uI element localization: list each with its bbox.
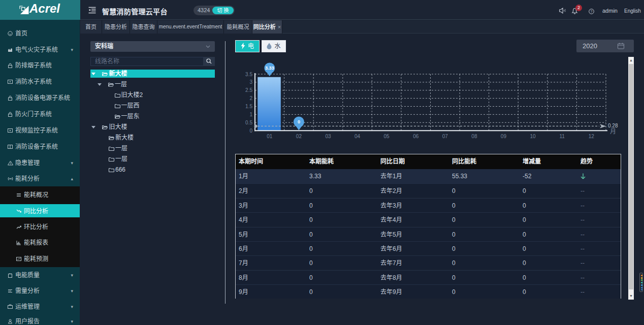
svg-text:12: 12 <box>589 134 595 139</box>
svg-text:2: 2 <box>249 95 252 101</box>
svg-text:11: 11 <box>559 134 565 139</box>
svg-text:1.5: 1.5 <box>245 104 252 109</box>
svg-text:09: 09 <box>501 134 507 139</box>
svg-text:10: 10 <box>530 134 536 139</box>
svg-text:0.5: 0.5 <box>245 120 252 125</box>
svg-text:3.33: 3.33 <box>265 66 274 71</box>
svg-text:3: 3 <box>249 79 252 85</box>
svg-text:07: 07 <box>442 134 448 139</box>
svg-text:1: 1 <box>249 112 252 117</box>
svg-text:月: 月 <box>610 128 616 135</box>
svg-text:0: 0 <box>249 128 252 134</box>
svg-text:06: 06 <box>413 134 419 139</box>
svg-text:08: 08 <box>471 134 477 139</box>
svg-text:2.5: 2.5 <box>245 87 252 93</box>
svg-text:3.5: 3.5 <box>245 72 252 77</box>
svg-text:01: 01 <box>267 134 273 139</box>
svg-text:0: 0 <box>298 119 300 124</box>
svg-text:?: ? <box>591 10 593 13</box>
svg-text:05: 05 <box>384 134 390 139</box>
svg-text:03: 03 <box>325 134 331 139</box>
svg-text:02: 02 <box>296 134 302 139</box>
svg-text:04: 04 <box>355 134 361 139</box>
